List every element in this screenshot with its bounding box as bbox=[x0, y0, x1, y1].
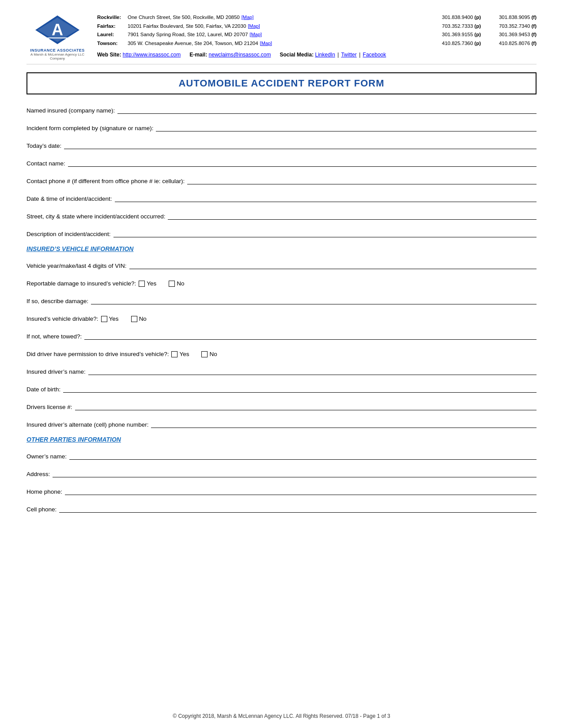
label-completed-by: Incident form completed by (signature or… bbox=[26, 125, 153, 131]
field-contact-phone: Contact phone # (if different from offic… bbox=[26, 175, 537, 184]
input-owner-name[interactable] bbox=[69, 452, 537, 460]
input-vehicle-year[interactable] bbox=[129, 261, 537, 269]
phone-rockville-p: 301.838.9400 (p) bbox=[428, 13, 481, 22]
map-link-laurel[interactable]: [Map] bbox=[249, 30, 262, 39]
damage-yes-label: Yes bbox=[147, 280, 156, 287]
section1-heading[interactable]: INSURED’S VEHICLE INFORMATION bbox=[26, 245, 537, 252]
damage-yes-item[interactable]: Yes bbox=[139, 280, 156, 287]
input-where-towed[interactable] bbox=[84, 332, 537, 340]
drivable-yes-item[interactable]: Yes bbox=[101, 315, 119, 322]
input-alt-phone[interactable] bbox=[151, 420, 537, 428]
field-license: Drivers license #: bbox=[26, 401, 537, 410]
label-named-insured: Named insured (company name): bbox=[26, 107, 115, 114]
phone-fairfax-f: 703.352.7340 (f) bbox=[484, 22, 537, 31]
label-contact-phone: Contact phone # (if different from offic… bbox=[26, 178, 185, 184]
drivable-checkbox-group: Yes No bbox=[101, 315, 147, 322]
section2-heading[interactable]: OTHER PARTIES INFORMATION bbox=[26, 436, 537, 443]
drivable-no-checkbox[interactable] bbox=[131, 316, 137, 322]
drivable-yes-checkbox[interactable] bbox=[101, 316, 107, 322]
input-contact-phone[interactable] bbox=[187, 176, 537, 184]
input-todays-date[interactable] bbox=[64, 141, 537, 149]
logo-image: A bbox=[33, 13, 82, 46]
phone-fairfax-p: 703.352.7333 (p) bbox=[428, 22, 481, 31]
input-contact-name[interactable] bbox=[68, 159, 537, 167]
addr-fairfax: 10201 Fairfax Boulevard, Ste 500, Fairfa… bbox=[128, 22, 246, 31]
field-home-phone: Home phone: bbox=[26, 485, 537, 495]
label-reportable-damage: Reportable damage to insured’s vehicle?: bbox=[26, 280, 136, 287]
label-vehicle-year: Vehicle year/make/last 4 digits of VIN: bbox=[26, 263, 127, 269]
field-where-towed: If not, where towed?: bbox=[26, 330, 537, 340]
drivable-yes-label: Yes bbox=[109, 315, 119, 322]
permission-no-checkbox[interactable] bbox=[201, 351, 208, 357]
map-link-rockville[interactable]: [Map] bbox=[242, 13, 254, 22]
map-link-fairfax[interactable]: [Map] bbox=[248, 22, 260, 31]
label-address: Address: bbox=[26, 471, 50, 477]
label-driver-name: Insured driver’s name: bbox=[26, 368, 86, 375]
input-date-time[interactable] bbox=[115, 194, 537, 202]
logo-tagline: INSURANCE ASSOCIATES bbox=[30, 48, 85, 53]
web-label: Web Site: http://www.insassoc.com bbox=[97, 50, 181, 59]
addr-laurel: 7901 Sandy Spring Road, Ste 102, Laurel,… bbox=[128, 30, 248, 39]
field-description: Description of incident/accident: bbox=[26, 228, 537, 237]
label-describe-damage: If so, describe damage: bbox=[26, 298, 88, 304]
email-section: E-mail: newclaims@insassoc.com bbox=[189, 50, 271, 59]
logo-sub: A Marsh & McLennan Agency LLC Company bbox=[26, 53, 88, 60]
permission-no-item[interactable]: No bbox=[201, 351, 217, 357]
city-fairfax: Fairfax: bbox=[97, 22, 126, 31]
label-alt-phone: Insured driver’s alternate (cell) phone … bbox=[26, 421, 148, 428]
field-driver-name: Insured driver’s name: bbox=[26, 365, 537, 375]
field-vehicle-year: Vehicle year/make/last 4 digits of VIN: bbox=[26, 259, 537, 269]
field-describe-damage: If so, describe damage: bbox=[26, 295, 537, 304]
address-laurel: Laurel: 7901 Sandy Spring Road, Ste 102,… bbox=[97, 30, 413, 39]
label-date-time: Date & time of incident/accident: bbox=[26, 195, 112, 202]
input-street-city[interactable] bbox=[168, 212, 537, 220]
input-cell-phone[interactable] bbox=[59, 505, 537, 513]
phone-towson-f: 410.825.8076 (f) bbox=[484, 39, 537, 48]
input-home-phone[interactable] bbox=[65, 487, 537, 495]
addr-rockville: One Church Street, Ste 500, Rockville, M… bbox=[128, 13, 240, 22]
email-link[interactable]: newclaims@insassoc.com bbox=[209, 52, 271, 58]
facebook-link[interactable]: Facebook bbox=[363, 52, 386, 58]
input-license[interactable] bbox=[75, 402, 537, 410]
permission-yes-item[interactable]: Yes bbox=[171, 351, 189, 357]
input-address[interactable] bbox=[53, 469, 537, 477]
damage-yes-checkbox[interactable] bbox=[139, 281, 145, 287]
footer: © Copyright 2018, Marsh & McLennan Agenc… bbox=[0, 713, 563, 719]
website-link[interactable]: http://www.insassoc.com bbox=[123, 52, 181, 58]
form-section: Named insured (company name): Incident f… bbox=[26, 104, 537, 513]
damage-no-checkbox[interactable] bbox=[169, 281, 175, 287]
addr-towson: 305 W. Chesapeake Avenue, Ste 204, Towso… bbox=[128, 39, 258, 48]
input-completed-by[interactable] bbox=[156, 124, 537, 131]
title-box: AUTOMOBILE ACCIDENT REPORT FORM bbox=[26, 72, 537, 94]
label-todays-date: Today’s date: bbox=[26, 143, 61, 149]
permission-no-label: No bbox=[209, 351, 217, 357]
city-rockville: Rockville: bbox=[97, 13, 126, 22]
input-dob[interactable] bbox=[63, 385, 537, 393]
input-describe-damage[interactable] bbox=[91, 296, 537, 304]
twitter-link[interactable]: Twitter bbox=[341, 52, 356, 58]
map-link-towson[interactable]: [Map] bbox=[260, 39, 272, 48]
input-named-insured[interactable] bbox=[117, 106, 537, 114]
field-vehicle-drivable: Insured’s vehicle drivable?: Yes No bbox=[26, 312, 537, 322]
field-cell-phone: Cell phone: bbox=[26, 503, 537, 513]
address-rockville: Rockville: One Church Street, Ste 500, R… bbox=[97, 13, 413, 22]
phone-towson-p: 410.825.7360 (p) bbox=[428, 39, 481, 48]
field-alt-phone: Insured driver’s alternate (cell) phone … bbox=[26, 418, 537, 428]
input-driver-name[interactable] bbox=[88, 367, 537, 375]
label-street-city: Street, city & state where incident/acci… bbox=[26, 213, 165, 220]
label-owner-name: Owner’s name: bbox=[26, 453, 67, 460]
damage-no-item[interactable]: No bbox=[169, 280, 184, 287]
drivable-no-item[interactable]: No bbox=[131, 315, 147, 322]
city-laurel: Laurel: bbox=[97, 30, 126, 39]
input-description[interactable] bbox=[113, 229, 537, 237]
label-description: Description of incident/accident: bbox=[26, 231, 111, 237]
linkedin-link[interactable]: LinkedIn bbox=[315, 52, 335, 58]
permission-yes-checkbox[interactable] bbox=[171, 351, 178, 357]
damage-no-label: No bbox=[177, 280, 184, 287]
field-street-city: Street, city & state where incident/acci… bbox=[26, 210, 537, 220]
phone-laurel-f: 301.369.9453 (f) bbox=[484, 30, 537, 39]
label-contact-name: Contact name: bbox=[26, 160, 65, 167]
city-towson: Towson: bbox=[97, 39, 126, 48]
web-row: Web Site: http://www.insassoc.com E-mail… bbox=[97, 50, 413, 59]
logo-area: A INSURANCE ASSOCIATES A Marsh & McLenna… bbox=[26, 13, 88, 60]
